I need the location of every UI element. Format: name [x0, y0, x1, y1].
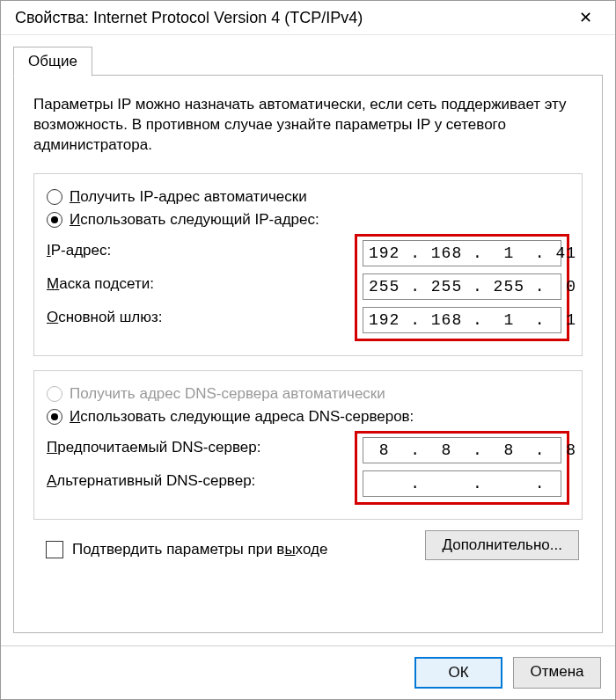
- gateway-label: Основной шлюз:: [47, 301, 346, 334]
- titlebar: Свойства: Internet Protocol Version 4 (T…: [1, 1, 615, 35]
- ok-button[interactable]: ОК: [414, 657, 502, 689]
- ip-address-input[interactable]: 192 . 168 . 1 . 41: [363, 240, 561, 266]
- ip-fields-highlight: 192 . 168 . 1 . 41 255 . 255 . 255 . 0 1…: [355, 234, 569, 341]
- radio-icon: [47, 409, 62, 425]
- radio-dns-auto-label: Получить адрес DNS-сервера автоматически: [70, 385, 385, 403]
- dns-preferred-input[interactable]: 8 . 8 . 8 . 8: [363, 437, 561, 463]
- gateway-input[interactable]: 192 . 168 . 1 . 1: [363, 307, 561, 333]
- subnet-mask-input[interactable]: 255 . 255 . 255 . 0: [363, 273, 561, 300]
- dns-alternate-label: Альтернативный DNS-сервер:: [47, 464, 346, 498]
- dns-preferred-label: Предпочитаемый DNS-сервер:: [47, 431, 346, 464]
- close-icon[interactable]: ✕: [568, 8, 603, 27]
- radio-icon: [47, 212, 62, 228]
- tab-panel: Параметры IP можно назначать автоматичес…: [13, 75, 603, 633]
- dns-fields-highlight: 8 . 8 . 8 . 8 . . .: [355, 431, 569, 505]
- radio-dns-auto: Получить адрес DNS-сервера автоматически: [47, 385, 569, 403]
- radio-dns-manual-label: Использовать следующие адреса DNS-сервер…: [70, 408, 414, 426]
- radio-dns-manual[interactable]: Использовать следующие адреса DNS-сервер…: [47, 408, 569, 426]
- tab-general[interactable]: Общие: [13, 47, 92, 77]
- advanced-button[interactable]: Дополнительно...: [425, 530, 579, 560]
- subnet-mask-label: Маска подсети:: [47, 267, 346, 301]
- window-title: Свойства: Internet Protocol Version 4 (T…: [15, 9, 363, 27]
- dialog-footer: ОК Отмена: [1, 645, 615, 699]
- radio-ip-auto[interactable]: Получить IP-адрес автоматически: [47, 188, 569, 206]
- ip-group: Получить IP-адрес автоматически Использо…: [33, 173, 583, 356]
- description-text: Параметры IP можно назначать автоматичес…: [33, 95, 583, 156]
- content-area: Общие Параметры IP можно назначать автом…: [1, 35, 615, 645]
- dns-alternate-input[interactable]: . . .: [363, 470, 561, 497]
- radio-icon: [47, 386, 62, 402]
- radio-ip-manual-label: Использовать следующий IP-адрес:: [70, 211, 319, 229]
- radio-icon: [47, 189, 62, 205]
- tabstrip: Общие: [13, 46, 603, 76]
- dialog-window: Свойства: Internet Protocol Version 4 (T…: [0, 0, 616, 700]
- radio-ip-auto-label: Получить IP-адрес автоматически: [70, 188, 307, 206]
- radio-ip-manual[interactable]: Использовать следующий IP-адрес:: [47, 211, 569, 229]
- dns-group: Получить адрес DNS-сервера автоматически…: [33, 370, 583, 520]
- ip-address-label: IP-адрес:: [47, 234, 346, 267]
- cancel-button[interactable]: Отмена: [513, 657, 601, 689]
